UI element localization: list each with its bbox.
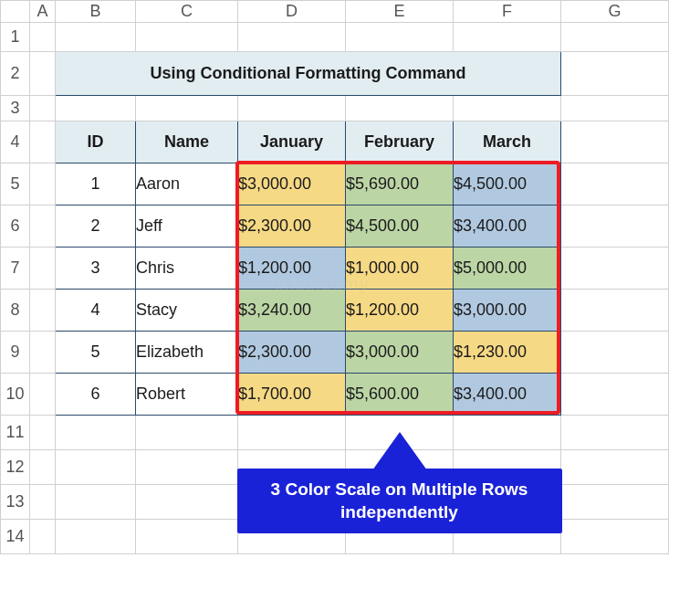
cell-jan[interactable]: $2,300.00: [238, 205, 346, 248]
table-row: 51Aaron$3,000.00$5,690.00$4,500.00: [1, 163, 669, 205]
cell-id[interactable]: 5: [56, 332, 136, 374]
corner-cell[interactable]: [1, 1, 30, 23]
cell-feb[interactable]: $1,200.00: [346, 290, 454, 332]
col-header-A[interactable]: A: [30, 1, 56, 23]
cell-mar[interactable]: $3,000.00: [454, 290, 561, 332]
cell-feb[interactable]: $1,000.00: [346, 248, 454, 290]
annotation-callout: 3 Color Scale on Multiple Rows independe…: [237, 469, 562, 533]
cell-mar[interactable]: $3,400.00: [454, 374, 561, 416]
cell-feb[interactable]: $5,600.00: [346, 374, 454, 416]
table-header-id[interactable]: ID: [56, 121, 136, 163]
row-header-11[interactable]: 11: [1, 416, 30, 450]
cell-mar[interactable]: $1,230.00: [454, 332, 561, 374]
cell-name[interactable]: Robert: [136, 374, 238, 416]
row-header-9[interactable]: 9: [1, 332, 30, 374]
cell-name[interactable]: Stacy: [136, 290, 238, 332]
table-header-feb[interactable]: February: [346, 121, 454, 163]
cell-id[interactable]: 4: [56, 290, 136, 332]
cell-feb[interactable]: $3,000.00: [346, 332, 454, 374]
row-header-13[interactable]: 13: [1, 485, 30, 520]
row-header-10[interactable]: 10: [1, 374, 30, 416]
cell-name[interactable]: Chris: [136, 248, 238, 290]
cell-feb[interactable]: $5,690.00: [346, 163, 454, 205]
table-header-mar[interactable]: March: [454, 121, 561, 163]
col-header-F[interactable]: F: [454, 1, 561, 23]
cell-feb[interactable]: $4,500.00: [346, 205, 454, 248]
cell-mar[interactable]: $3,400.00: [454, 205, 561, 248]
col-header-D[interactable]: D: [238, 1, 346, 23]
cell-id[interactable]: 3: [56, 248, 136, 290]
cell-jan[interactable]: $2,300.00: [238, 332, 346, 374]
col-header-E[interactable]: E: [346, 1, 454, 23]
row-header-3[interactable]: 3: [1, 96, 30, 121]
cell-jan[interactable]: $3,000.00: [238, 163, 346, 205]
col-header-G[interactable]: G: [561, 1, 669, 23]
title-cell[interactable]: Using Conditional Formatting Command: [56, 52, 561, 96]
cell-jan[interactable]: $1,700.00: [238, 374, 346, 416]
row-header-1[interactable]: 1: [1, 23, 30, 52]
row-header-8[interactable]: 8: [1, 290, 30, 332]
row-header-7[interactable]: 7: [1, 248, 30, 290]
row-header-14[interactable]: 14: [1, 520, 30, 554]
table-row: 62Jeff$2,300.00$4,500.00$3,400.00: [1, 205, 669, 248]
table-row: 106Robert$1,700.00$5,600.00$3,400.00: [1, 374, 669, 416]
cell-name[interactable]: Elizabeth: [136, 332, 238, 374]
cell-id[interactable]: 2: [56, 205, 136, 248]
row-header-6[interactable]: 6: [1, 205, 30, 248]
row-header-4[interactable]: 4: [1, 121, 30, 163]
cell-jan[interactable]: $3,240.00: [238, 290, 346, 332]
col-header-C[interactable]: C: [136, 1, 238, 23]
row-header-2[interactable]: 2: [1, 52, 30, 96]
cell-name[interactable]: Aaron: [136, 163, 238, 205]
row-header-5[interactable]: 5: [1, 163, 30, 205]
table-header-jan[interactable]: January: [238, 121, 346, 163]
cell-id[interactable]: 1: [56, 163, 136, 205]
table-row: 95Elizabeth$2,300.00$3,000.00$1,230.00: [1, 332, 669, 374]
cell-name[interactable]: Jeff: [136, 205, 238, 248]
cell-jan[interactable]: $1,200.00: [238, 248, 346, 290]
table-header-name[interactable]: Name: [136, 121, 238, 163]
table-row: 73Chris$1,200.00$1,000.00$5,000.00: [1, 248, 669, 290]
cell-mar[interactable]: $4,500.00: [454, 163, 561, 205]
col-header-B[interactable]: B: [56, 1, 136, 23]
row-header-12[interactable]: 12: [1, 450, 30, 485]
table-row: 84Stacy$3,240.00$1,200.00$3,000.00: [1, 290, 669, 332]
cell-mar[interactable]: $5,000.00: [454, 248, 561, 290]
cell-id[interactable]: 6: [56, 374, 136, 416]
